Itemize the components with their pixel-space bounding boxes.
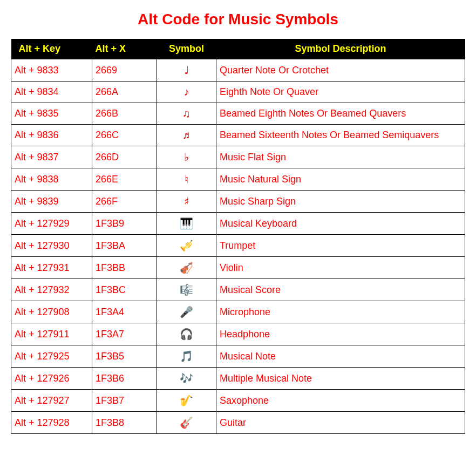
table-body: Alt + 98332669♩Quarter Note Or CrotchetA… (11, 59, 465, 434)
cell-altx: 1F3BA (92, 235, 157, 257)
cell-symbol: 🎵 (157, 345, 216, 368)
cell-altx: 1F3A7 (92, 323, 157, 345)
cell-altx: 266A (92, 82, 157, 103)
cell-altkey: Alt + 127932 (11, 279, 92, 301)
cell-altkey: Alt + 127929 (11, 213, 92, 235)
cell-altx: 266C (92, 125, 157, 146)
cell-altx: 2669 (92, 59, 157, 82)
table-row: Alt + 9838266E♮Music Natural Sign (11, 168, 465, 191)
table-row: Alt + 1279251F3B5🎵Musical Note (11, 345, 465, 368)
table-row: Alt + 9836266C♬Beamed Sixteenth Notes Or… (11, 125, 465, 146)
cell-symbol: ♩ (157, 59, 216, 82)
cell-symbol: ♬ (157, 125, 216, 146)
cell-altx: 1F3BC (92, 279, 157, 301)
cell-altx: 266E (92, 168, 157, 191)
cell-altkey: Alt + 9837 (11, 146, 92, 168)
page-title: Alt Code for Music Symbols (11, 11, 465, 28)
cell-desc: Music Natural Sign (216, 168, 465, 191)
cell-altx: 1F3BB (92, 257, 157, 279)
cell-symbol: 🎷 (157, 390, 216, 412)
cell-altkey: Alt + 127925 (11, 345, 92, 368)
cell-altkey: Alt + 9833 (11, 59, 92, 82)
cell-desc: Musical Keyboard (216, 213, 465, 235)
cell-desc: Trumpet (216, 235, 465, 257)
header-altkey: Alt + Key (11, 39, 92, 59)
cell-symbol: ♪ (157, 82, 216, 103)
cell-symbol: ♯ (157, 191, 216, 213)
table-row: Alt + 9835266B♫Beamed Eighth Notes Or Be… (11, 103, 465, 125)
table-row: Alt + 9839266F♯Music Sharp Sign (11, 191, 465, 213)
cell-altx: 1F3A4 (92, 301, 157, 323)
cell-altx: 266B (92, 103, 157, 125)
table-row: Alt + 1279281F3B8🎸Guitar (11, 412, 465, 434)
table-row: Alt + 9837266D♭Music Flat Sign (11, 146, 465, 168)
table-row: Alt + 1279261F3B6🎶Multiple Musical Note (11, 368, 465, 390)
cell-altx: 266F (92, 191, 157, 213)
cell-altkey: Alt + 9834 (11, 82, 92, 103)
cell-symbol: 🎹 (157, 213, 216, 235)
table-row: Alt + 1279311F3BB🎻Violin (11, 257, 465, 279)
table-row: Alt + 1279291F3B9🎹Musical Keyboard (11, 213, 465, 235)
cell-altkey: Alt + 9839 (11, 191, 92, 213)
cell-altkey: Alt + 127928 (11, 412, 92, 434)
cell-altx: 1F3B7 (92, 390, 157, 412)
cell-altkey: Alt + 127927 (11, 390, 92, 412)
cell-desc: Saxophone (216, 390, 465, 412)
cell-symbol: 🎸 (157, 412, 216, 434)
cell-altkey: Alt + 127930 (11, 235, 92, 257)
cell-desc: Multiple Musical Note (216, 368, 465, 390)
header-symbol: Symbol (157, 39, 216, 59)
cell-desc: Guitar (216, 412, 465, 434)
table-row: Alt + 1279301F3BA🎺Trumpet (11, 235, 465, 257)
cell-symbol: ♮ (157, 168, 216, 191)
cell-altx: 1F3B5 (92, 345, 157, 368)
cell-altx: 1F3B6 (92, 368, 157, 390)
cell-desc: Beamed Sixteenth Notes Or Beamed Semiqua… (216, 125, 465, 146)
cell-desc: Headphone (216, 323, 465, 345)
cell-desc: Quarter Note Or Crotchet (216, 59, 465, 82)
cell-symbol: 🎧 (157, 323, 216, 345)
cell-desc: Musical Score (216, 279, 465, 301)
cell-desc: Microphone (216, 301, 465, 323)
cell-altkey: Alt + 127908 (11, 301, 92, 323)
cell-desc: Music Flat Sign (216, 146, 465, 168)
cell-desc: Musical Note (216, 345, 465, 368)
cell-altx: 1F3B8 (92, 412, 157, 434)
table-row: Alt + 1279111F3A7🎧Headphone (11, 323, 465, 345)
cell-symbol: 🎼 (157, 279, 216, 301)
cell-desc: Music Sharp Sign (216, 191, 465, 213)
cell-symbol: 🎤 (157, 301, 216, 323)
cell-altkey: Alt + 9838 (11, 168, 92, 191)
table-row: Alt + 9834266A♪Eighth Note Or Quaver (11, 82, 465, 103)
cell-desc: Eighth Note Or Quaver (216, 82, 465, 103)
cell-altkey: Alt + 127926 (11, 368, 92, 390)
cell-symbol: 🎶 (157, 368, 216, 390)
header-desc: Symbol Description (216, 39, 465, 59)
cell-symbol: ♫ (157, 103, 216, 125)
cell-altx: 1F3B9 (92, 213, 157, 235)
cell-desc: Beamed Eighth Notes Or Beamed Quavers (216, 103, 465, 125)
cell-altkey: Alt + 9835 (11, 103, 92, 125)
cell-altx: 266D (92, 146, 157, 168)
table-header-row: Alt + Key Alt + X Symbol Symbol Descript… (11, 39, 465, 59)
cell-desc: Violin (216, 257, 465, 279)
cell-altkey: Alt + 9836 (11, 125, 92, 146)
alt-code-table: Alt + Key Alt + X Symbol Symbol Descript… (11, 39, 465, 434)
cell-symbol: 🎺 (157, 235, 216, 257)
table-row: Alt + 1279271F3B7🎷Saxophone (11, 390, 465, 412)
cell-symbol: 🎻 (157, 257, 216, 279)
table-row: Alt + 1279081F3A4🎤Microphone (11, 301, 465, 323)
cell-altkey: Alt + 127931 (11, 257, 92, 279)
header-altx: Alt + X (92, 39, 157, 59)
cell-symbol: ♭ (157, 146, 216, 168)
table-row: Alt + 1279321F3BC🎼Musical Score (11, 279, 465, 301)
cell-altkey: Alt + 127911 (11, 323, 92, 345)
table-row: Alt + 98332669♩Quarter Note Or Crotchet (11, 59, 465, 82)
